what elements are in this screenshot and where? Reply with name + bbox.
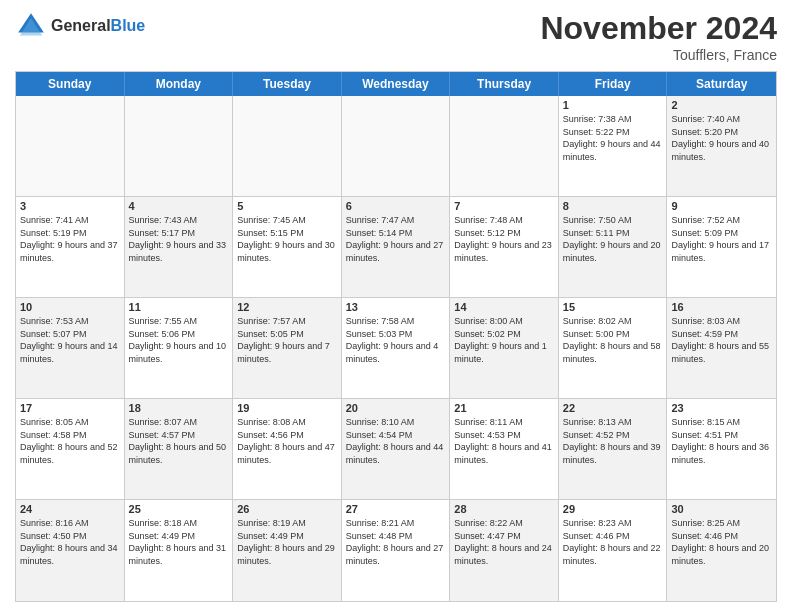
day-info: Sunrise: 8:18 AM Sunset: 4:49 PM Dayligh…	[129, 517, 229, 567]
day-number: 12	[237, 301, 337, 313]
day-cell-8: 8Sunrise: 7:50 AM Sunset: 5:11 PM Daylig…	[559, 197, 668, 297]
day-number: 24	[20, 503, 120, 515]
day-info: Sunrise: 8:21 AM Sunset: 4:48 PM Dayligh…	[346, 517, 446, 567]
day-cell-16: 16Sunrise: 8:03 AM Sunset: 4:59 PM Dayli…	[667, 298, 776, 398]
day-info: Sunrise: 8:02 AM Sunset: 5:00 PM Dayligh…	[563, 315, 663, 365]
day-info: Sunrise: 8:07 AM Sunset: 4:57 PM Dayligh…	[129, 416, 229, 466]
logo-text: GeneralBlue	[51, 17, 145, 35]
day-cell-19: 19Sunrise: 8:08 AM Sunset: 4:56 PM Dayli…	[233, 399, 342, 499]
day-cell-27: 27Sunrise: 8:21 AM Sunset: 4:48 PM Dayli…	[342, 500, 451, 601]
empty-cell	[450, 96, 559, 196]
day-info: Sunrise: 8:03 AM Sunset: 4:59 PM Dayligh…	[671, 315, 772, 365]
calendar-header: SundayMondayTuesdayWednesdayThursdayFrid…	[16, 72, 776, 96]
day-info: Sunrise: 8:11 AM Sunset: 4:53 PM Dayligh…	[454, 416, 554, 466]
header-day-saturday: Saturday	[667, 72, 776, 96]
day-number: 23	[671, 402, 772, 414]
calendar-row-1: 3Sunrise: 7:41 AM Sunset: 5:19 PM Daylig…	[16, 197, 776, 298]
calendar-row-4: 24Sunrise: 8:16 AM Sunset: 4:50 PM Dayli…	[16, 500, 776, 601]
header: GeneralBlue November 2024 Toufflers, Fra…	[15, 10, 777, 63]
day-info: Sunrise: 7:45 AM Sunset: 5:15 PM Dayligh…	[237, 214, 337, 264]
day-number: 10	[20, 301, 120, 313]
calendar-row-0: 1Sunrise: 7:38 AM Sunset: 5:22 PM Daylig…	[16, 96, 776, 197]
day-number: 8	[563, 200, 663, 212]
page: GeneralBlue November 2024 Toufflers, Fra…	[0, 0, 792, 612]
day-cell-18: 18Sunrise: 8:07 AM Sunset: 4:57 PM Dayli…	[125, 399, 234, 499]
day-cell-23: 23Sunrise: 8:15 AM Sunset: 4:51 PM Dayli…	[667, 399, 776, 499]
day-number: 5	[237, 200, 337, 212]
calendar-body: 1Sunrise: 7:38 AM Sunset: 5:22 PM Daylig…	[16, 96, 776, 601]
empty-cell	[342, 96, 451, 196]
day-number: 4	[129, 200, 229, 212]
day-cell-5: 5Sunrise: 7:45 AM Sunset: 5:15 PM Daylig…	[233, 197, 342, 297]
day-cell-28: 28Sunrise: 8:22 AM Sunset: 4:47 PM Dayli…	[450, 500, 559, 601]
day-cell-20: 20Sunrise: 8:10 AM Sunset: 4:54 PM Dayli…	[342, 399, 451, 499]
day-info: Sunrise: 7:50 AM Sunset: 5:11 PM Dayligh…	[563, 214, 663, 264]
day-number: 28	[454, 503, 554, 515]
day-cell-6: 6Sunrise: 7:47 AM Sunset: 5:14 PM Daylig…	[342, 197, 451, 297]
day-number: 13	[346, 301, 446, 313]
day-number: 30	[671, 503, 772, 515]
day-info: Sunrise: 7:58 AM Sunset: 5:03 PM Dayligh…	[346, 315, 446, 365]
day-info: Sunrise: 8:13 AM Sunset: 4:52 PM Dayligh…	[563, 416, 663, 466]
day-cell-7: 7Sunrise: 7:48 AM Sunset: 5:12 PM Daylig…	[450, 197, 559, 297]
day-info: Sunrise: 8:23 AM Sunset: 4:46 PM Dayligh…	[563, 517, 663, 567]
day-number: 1	[563, 99, 663, 111]
header-day-sunday: Sunday	[16, 72, 125, 96]
day-number: 17	[20, 402, 120, 414]
day-number: 26	[237, 503, 337, 515]
day-info: Sunrise: 8:08 AM Sunset: 4:56 PM Dayligh…	[237, 416, 337, 466]
day-cell-12: 12Sunrise: 7:57 AM Sunset: 5:05 PM Dayli…	[233, 298, 342, 398]
day-number: 15	[563, 301, 663, 313]
day-info: Sunrise: 8:22 AM Sunset: 4:47 PM Dayligh…	[454, 517, 554, 567]
day-cell-15: 15Sunrise: 8:02 AM Sunset: 5:00 PM Dayli…	[559, 298, 668, 398]
day-number: 2	[671, 99, 772, 111]
day-cell-3: 3Sunrise: 7:41 AM Sunset: 5:19 PM Daylig…	[16, 197, 125, 297]
day-info: Sunrise: 7:41 AM Sunset: 5:19 PM Dayligh…	[20, 214, 120, 264]
day-number: 14	[454, 301, 554, 313]
day-number: 22	[563, 402, 663, 414]
day-info: Sunrise: 7:55 AM Sunset: 5:06 PM Dayligh…	[129, 315, 229, 365]
calendar-row-2: 10Sunrise: 7:53 AM Sunset: 5:07 PM Dayli…	[16, 298, 776, 399]
header-day-wednesday: Wednesday	[342, 72, 451, 96]
empty-cell	[125, 96, 234, 196]
day-cell-24: 24Sunrise: 8:16 AM Sunset: 4:50 PM Dayli…	[16, 500, 125, 601]
day-number: 27	[346, 503, 446, 515]
day-cell-11: 11Sunrise: 7:55 AM Sunset: 5:06 PM Dayli…	[125, 298, 234, 398]
day-cell-2: 2Sunrise: 7:40 AM Sunset: 5:20 PM Daylig…	[667, 96, 776, 196]
day-number: 7	[454, 200, 554, 212]
header-day-thursday: Thursday	[450, 72, 559, 96]
empty-cell	[16, 96, 125, 196]
day-number: 20	[346, 402, 446, 414]
day-info: Sunrise: 8:25 AM Sunset: 4:46 PM Dayligh…	[671, 517, 772, 567]
logo: GeneralBlue	[15, 10, 145, 42]
calendar: SundayMondayTuesdayWednesdayThursdayFrid…	[15, 71, 777, 602]
day-cell-9: 9Sunrise: 7:52 AM Sunset: 5:09 PM Daylig…	[667, 197, 776, 297]
day-info: Sunrise: 8:19 AM Sunset: 4:49 PM Dayligh…	[237, 517, 337, 567]
location: Toufflers, France	[540, 47, 777, 63]
day-info: Sunrise: 7:52 AM Sunset: 5:09 PM Dayligh…	[671, 214, 772, 264]
month-title: November 2024	[540, 10, 777, 47]
day-info: Sunrise: 7:57 AM Sunset: 5:05 PM Dayligh…	[237, 315, 337, 365]
day-info: Sunrise: 8:10 AM Sunset: 4:54 PM Dayligh…	[346, 416, 446, 466]
day-number: 16	[671, 301, 772, 313]
day-info: Sunrise: 8:15 AM Sunset: 4:51 PM Dayligh…	[671, 416, 772, 466]
day-cell-1: 1Sunrise: 7:38 AM Sunset: 5:22 PM Daylig…	[559, 96, 668, 196]
day-info: Sunrise: 7:43 AM Sunset: 5:17 PM Dayligh…	[129, 214, 229, 264]
day-number: 19	[237, 402, 337, 414]
day-info: Sunrise: 7:40 AM Sunset: 5:20 PM Dayligh…	[671, 113, 772, 163]
day-info: Sunrise: 7:48 AM Sunset: 5:12 PM Dayligh…	[454, 214, 554, 264]
day-info: Sunrise: 7:47 AM Sunset: 5:14 PM Dayligh…	[346, 214, 446, 264]
title-block: November 2024 Toufflers, France	[540, 10, 777, 63]
day-cell-4: 4Sunrise: 7:43 AM Sunset: 5:17 PM Daylig…	[125, 197, 234, 297]
day-cell-21: 21Sunrise: 8:11 AM Sunset: 4:53 PM Dayli…	[450, 399, 559, 499]
day-cell-10: 10Sunrise: 7:53 AM Sunset: 5:07 PM Dayli…	[16, 298, 125, 398]
day-info: Sunrise: 7:38 AM Sunset: 5:22 PM Dayligh…	[563, 113, 663, 163]
day-number: 25	[129, 503, 229, 515]
day-number: 3	[20, 200, 120, 212]
day-number: 11	[129, 301, 229, 313]
day-cell-29: 29Sunrise: 8:23 AM Sunset: 4:46 PM Dayli…	[559, 500, 668, 601]
calendar-row-3: 17Sunrise: 8:05 AM Sunset: 4:58 PM Dayli…	[16, 399, 776, 500]
day-cell-17: 17Sunrise: 8:05 AM Sunset: 4:58 PM Dayli…	[16, 399, 125, 499]
day-info: Sunrise: 8:16 AM Sunset: 4:50 PM Dayligh…	[20, 517, 120, 567]
day-info: Sunrise: 7:53 AM Sunset: 5:07 PM Dayligh…	[20, 315, 120, 365]
